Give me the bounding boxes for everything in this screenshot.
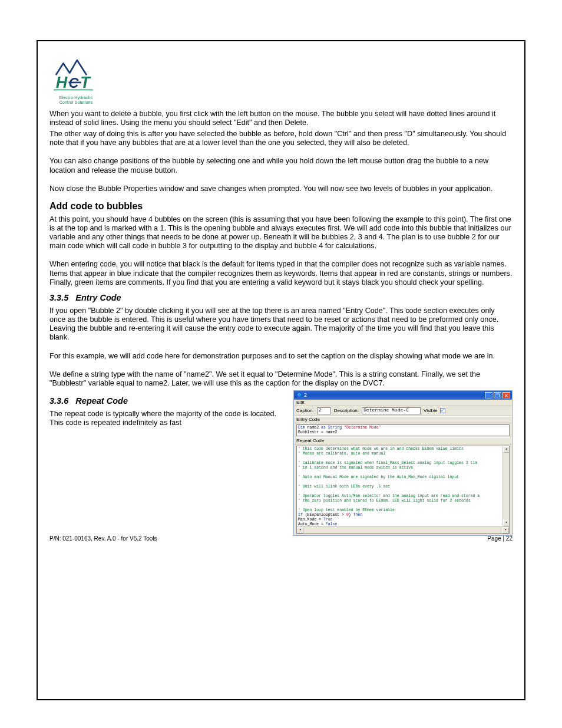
page-footer: P/N: 021-00163, Rev. A.0 - for V5.2 Tool… [49, 535, 513, 542]
caption-field[interactable]: 2 [317, 407, 331, 414]
heading-add-code: Add code to bubbles [49, 200, 513, 212]
entry-code-label: Entry Code [294, 416, 512, 423]
visible-checkbox[interactable]: ✓ [440, 408, 445, 413]
repeat-code-label: Repeat Code [294, 437, 512, 444]
description-field[interactable]: Determine Mode-C [362, 407, 421, 414]
intro-p4: Now close the Bubble Properties window a… [49, 185, 513, 193]
svg-text:H: H [56, 74, 68, 91]
scroll-left-icon[interactable]: ◂ [297, 527, 303, 533]
menu-edit[interactable]: Edit [294, 400, 512, 406]
heading-repeat-code: 3.3.6 Repeat Code [49, 396, 285, 406]
page-content: H C T Electro-Hydraulic Control Solution… [37, 40, 525, 550]
logo-text-1: Electro-Hydraulic [59, 95, 93, 100]
horizontal-scrollbar[interactable]: ◂ ▸ [297, 526, 509, 533]
scroll-right-icon[interactable]: ▸ [503, 527, 509, 533]
intro-p2: The other way of doing this is after you… [49, 130, 513, 147]
sec2-p1: If you open "Bubble 2" by double clickin… [49, 307, 513, 342]
scroll-down-icon[interactable]: ▾ [503, 520, 510, 526]
heading-entry-code: 3.3.5 Entry Code [49, 293, 513, 303]
window-title: 2 [304, 393, 485, 397]
intro-p1: When you want to delete a bubble, you fi… [49, 110, 513, 127]
svg-text:T: T [80, 74, 91, 91]
minimize-button[interactable]: _ [485, 392, 492, 398]
company-logo: H C T Electro-Hydraulic Control Solution… [49, 48, 103, 105]
sec2-p3: We define a string type with the name of… [49, 370, 513, 388]
caption-label: Caption: [296, 409, 314, 413]
close-button[interactable]: ✕ [503, 392, 510, 398]
sec2-p2: For this example, we will add code here … [49, 352, 513, 361]
sec1-p2: When entering code, you will notice that… [49, 260, 513, 286]
footer-right: Page | 22 [487, 535, 513, 542]
vertical-scrollbar[interactable]: ▴ ▾ [503, 446, 509, 526]
sec1-p1: At this point, you should have 4 bubbles… [49, 215, 513, 251]
app-icon: 🔷 [297, 393, 302, 397]
repeat-code-area[interactable]: ' this code determines what mode we are … [296, 446, 510, 534]
intro-p3: You can also change positions of the bub… [49, 157, 513, 174]
window-titlebar[interactable]: 🔷 2 _ ❐ ✕ [294, 391, 512, 400]
entry-code-area[interactable]: Dim name2 as String "Determine Mode" Bub… [296, 424, 510, 436]
body-text: When you want to delete a bubble, you fi… [49, 110, 513, 536]
logo-text-2: Control Solutions [59, 100, 93, 104]
scroll-up-icon[interactable]: ▴ [503, 446, 510, 453]
bubble-properties-window: 🔷 2 _ ❐ ✕ Edit Caption: 2 Description: [293, 390, 513, 536]
footer-left: P/N: 021-00163, Rev. A.0 - for V5.2 Tool… [49, 535, 157, 542]
visible-label: Visible [424, 409, 437, 413]
description-label: Description: [334, 409, 359, 413]
sec3-p: The repeat code is typically where the m… [49, 410, 285, 427]
maximize-button[interactable]: ❐ [494, 392, 501, 398]
